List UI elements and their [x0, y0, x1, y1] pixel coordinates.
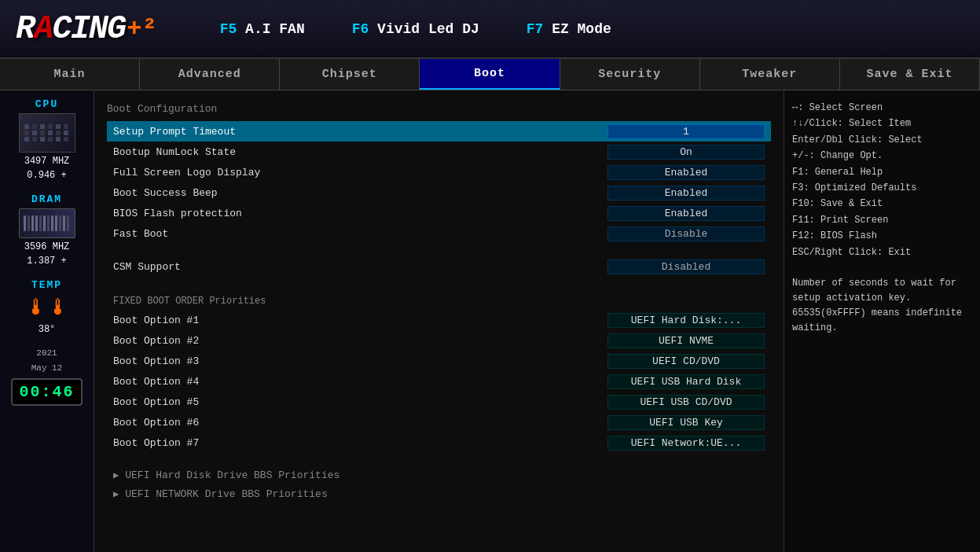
- tab-main[interactable]: Main: [0, 59, 140, 90]
- help-nav-2: ↑↓/Click: Select Item: [792, 116, 972, 131]
- numlock-value: On: [607, 145, 765, 160]
- help-nav-9: F12: BIOS Flash: [792, 228, 972, 244]
- setup-prompt-label: Setup Prompt Timeout: [113, 126, 607, 138]
- bios-flash-value: Enabled: [607, 206, 765, 221]
- boot-opt-7-label: Boot Option #7: [113, 437, 607, 449]
- logo-display-label: Full Screen Logo Display: [113, 167, 607, 178]
- tab-chipset[interactable]: Chipset: [280, 59, 420, 90]
- fast-boot-label: Fast Boot: [113, 228, 607, 240]
- boot-opt-3-label: Boot Option #3: [113, 355, 607, 367]
- bios-flash-label: BIOS Flash protection: [113, 208, 607, 219]
- boot-beep-label: Boot Success Beep: [113, 187, 607, 199]
- header-shortcuts: F5 A.I FAN F6 Vivid Led DJ F7 EZ Mode: [220, 21, 611, 37]
- help-nav-7: F10: Save & Exit: [792, 196, 972, 212]
- boot-opt-4-label: Boot Option #4: [113, 376, 607, 388]
- sidebar: CPU 3497 MHZ 0.946 + DRAM: [0, 90, 94, 552]
- boot-opt-4[interactable]: Boot Option #4 UEFI USB Hard Disk: [107, 371, 771, 392]
- boot-opt-6[interactable]: Boot Option #6 UEFI USB Key: [107, 412, 771, 432]
- dram-volt: 1.387 +: [27, 256, 66, 267]
- help-nav-6: F3: Optimized Defaults: [792, 180, 972, 196]
- tab-save-exit[interactable]: Save & Exit: [840, 59, 980, 90]
- logo-display-value: Enabled: [607, 165, 765, 180]
- boot-opt-7[interactable]: Boot Option #7 UEFI Network:UE...: [107, 432, 771, 453]
- clock-display: 00:46: [11, 378, 82, 406]
- logo: RACING +²: [16, 10, 157, 48]
- cpu-section: CPU 3497 MHZ 0.946 +: [19, 98, 75, 181]
- cpu-label: CPU: [35, 98, 58, 110]
- help-description: Number of seconds to wait for setup acti…: [792, 276, 972, 337]
- fast-boot-value: Disable: [607, 226, 765, 241]
- boot-opt-2-value: UEFI NVME: [607, 333, 765, 348]
- shortcut-f6[interactable]: F6 Vivid Led DJ: [352, 21, 479, 37]
- boot-opt-1-label: Boot Option #1: [113, 315, 607, 326]
- content: Boot Configuration Setup Prompt Timeout …: [94, 90, 784, 552]
- row-numlock[interactable]: Bootup NumLock State On: [107, 142, 771, 162]
- boot-opt-6-value: UEFI USB Key: [607, 415, 765, 430]
- boot-opt-1-value: UEFI Hard Disk:...: [607, 313, 765, 328]
- boot-opt-5-value: UEFI USB CD/DVD: [607, 395, 765, 410]
- boot-opt-4-value: UEFI USB Hard Disk: [607, 374, 765, 389]
- dram-label: DRAM: [31, 193, 62, 205]
- tab-advanced[interactable]: Advanced: [140, 59, 280, 90]
- boot-beep-value: Enabled: [607, 186, 765, 201]
- cpu-freq: 3497 MHZ: [24, 156, 70, 167]
- fixed-boot-header: FIXED BOOT ORDER Priorities: [113, 296, 771, 307]
- thermometer-icon: 🌡🌡: [25, 294, 69, 321]
- dram-freq: 3596 MHZ: [24, 241, 70, 252]
- help-nav-3: Enter/Dbl Click: Select: [792, 132, 972, 148]
- main-layout: CPU 3497 MHZ 0.946 + DRAM: [0, 90, 980, 552]
- boot-opt-2[interactable]: Boot Option #2 UEFI NVME: [107, 330, 771, 351]
- priority-network[interactable]: ▶ UEFI NETWORK Drive BBS Priorities: [107, 484, 771, 503]
- boot-opt-5[interactable]: Boot Option #5 UEFI USB CD/DVD: [107, 392, 771, 412]
- row-fast-boot[interactable]: Fast Boot Disable: [107, 223, 771, 244]
- temp-label: TEMP: [31, 279, 62, 291]
- nav-help: ↔: Select Screen ↑↓/Click: Select Item E…: [792, 100, 972, 260]
- help-nav-1: ↔: Select Screen: [792, 100, 972, 116]
- shortcut-f7[interactable]: F7 EZ Mode: [527, 21, 611, 37]
- boot-opt-5-label: Boot Option #5: [113, 396, 607, 408]
- cpu-volt: 0.946 +: [27, 170, 66, 181]
- temp-value: 38°: [39, 324, 56, 335]
- boot-opt-6-label: Boot Option #6: [113, 417, 607, 429]
- bios-header: RACING +² F5 A.I FAN F6 Vivid Led DJ F7 …: [0, 0, 980, 59]
- boot-opt-3-value: UEFI CD/DVD: [607, 354, 765, 369]
- dram-section: DRAM 3596 MHZ 1.387 +: [19, 193, 75, 267]
- tab-tweaker[interactable]: Tweaker: [700, 59, 840, 90]
- row-boot-beep[interactable]: Boot Success Beep Enabled: [107, 182, 771, 203]
- priority-hdd[interactable]: ▶ UEFI Hard Disk Drive BBS Priorities: [107, 466, 771, 484]
- shortcut-f5[interactable]: F5 A.I FAN: [220, 21, 305, 37]
- help-panel: ↔: Select Screen ↑↓/Click: Select Item E…: [784, 90, 980, 552]
- datetime-section: 2021 May 12 00:46: [11, 348, 82, 406]
- row-csm[interactable]: CSM Support Disabled: [107, 256, 771, 277]
- tab-security[interactable]: Security: [560, 59, 700, 90]
- tab-boot[interactable]: Boot: [420, 59, 560, 90]
- temp-section: TEMP 🌡🌡 38°: [25, 279, 69, 335]
- date-year: 2021: [36, 348, 57, 359]
- row-logo-display[interactable]: Full Screen Logo Display Enabled: [107, 162, 771, 182]
- help-nav-4: +/-: Change Opt.: [792, 148, 972, 164]
- csm-label: CSM Support: [113, 261, 607, 273]
- logo-plus: +²: [127, 14, 156, 43]
- row-setup-prompt[interactable]: Setup Prompt Timeout 1: [107, 121, 771, 142]
- boot-opt-1[interactable]: Boot Option #1 UEFI Hard Disk:...: [107, 310, 771, 330]
- boot-opt-3[interactable]: Boot Option #3 UEFI CD/DVD: [107, 351, 771, 371]
- help-nav-8: F11: Print Screen: [792, 212, 972, 228]
- setup-prompt-value: 1: [607, 124, 765, 139]
- expand-icon-network: ▶: [113, 488, 119, 500]
- boot-opt-7-value: UEFI Network:UE...: [607, 436, 765, 451]
- csm-value: Disabled: [607, 259, 765, 274]
- logo-text: RACING: [16, 10, 125, 48]
- dram-bar: [19, 208, 75, 238]
- cpu-chip: [19, 113, 75, 153]
- expand-icon-hdd: ▶: [113, 469, 119, 481]
- help-nav-5: F1: General Help: [792, 164, 972, 180]
- date-day: May 12: [31, 362, 63, 374]
- help-nav-10: ESC/Right Click: Exit: [792, 245, 972, 260]
- numlock-label: Bootup NumLock State: [113, 146, 607, 158]
- priority-hdd-label: UEFI Hard Disk Drive BBS Priorities: [125, 469, 340, 481]
- priority-network-label: UEFI NETWORK Drive BBS Priorities: [125, 488, 327, 500]
- nav-tabs: Main Advanced Chipset Boot Security Twea…: [0, 59, 980, 90]
- boot-opt-2-label: Boot Option #2: [113, 335, 607, 347]
- row-bios-flash[interactable]: BIOS Flash protection Enabled: [107, 203, 771, 223]
- boot-config-header: Boot Configuration: [107, 103, 771, 115]
